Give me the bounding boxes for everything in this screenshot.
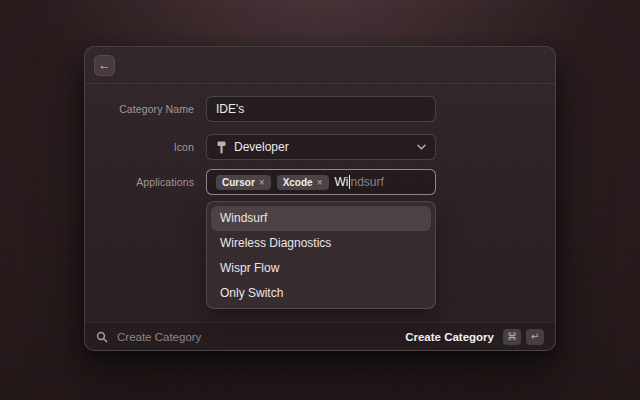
icon-label: Icon bbox=[85, 134, 194, 160]
hammer-icon bbox=[216, 141, 227, 154]
create-category-label: Create Category bbox=[405, 331, 494, 343]
app-tag[interactable]: Cursor × bbox=[216, 175, 271, 190]
applications-input[interactable]: Cursor × Xcode × Wi ndsurf bbox=[206, 169, 436, 195]
window-header: ← bbox=[85, 47, 555, 84]
applications-label: Applications bbox=[85, 169, 194, 195]
app-tag-label: Xcode bbox=[283, 177, 313, 188]
remove-tag-icon[interactable]: × bbox=[317, 177, 323, 188]
category-name-row: Category Name IDE's bbox=[85, 96, 555, 122]
category-name-value: IDE's bbox=[216, 102, 244, 116]
typed-text: Wi bbox=[335, 175, 349, 189]
chevron-down-icon bbox=[417, 144, 426, 150]
icon-value: Developer bbox=[234, 140, 289, 154]
search-icon bbox=[96, 331, 108, 343]
command-input[interactable]: Create Category bbox=[117, 331, 201, 343]
dropdown-option[interactable]: Windsurf bbox=[211, 206, 431, 231]
icon-select[interactable]: Developer bbox=[206, 134, 436, 160]
create-category-window: ← Category Name IDE's Icon Developer bbox=[84, 46, 556, 351]
remove-tag-icon[interactable]: × bbox=[259, 177, 265, 188]
create-category-button[interactable]: Create Category ⌘ ↵ bbox=[405, 329, 544, 345]
icon-row: Icon Developer bbox=[85, 134, 555, 160]
dropdown-option[interactable]: Wispr Flow bbox=[211, 256, 431, 281]
app-tag[interactable]: Xcode × bbox=[277, 175, 329, 190]
applications-dropdown: Windsurf Wireless Diagnostics Wispr Flow… bbox=[206, 201, 436, 309]
back-arrow-icon: ← bbox=[99, 58, 111, 72]
applications-row: Applications Cursor × Xcode × Wi ndsurf bbox=[85, 169, 555, 195]
command-key-icon: ⌘ bbox=[503, 329, 521, 345]
dropdown-option[interactable]: Only Switch bbox=[211, 281, 431, 306]
return-key-icon: ↵ bbox=[526, 329, 544, 345]
category-name-label: Category Name bbox=[85, 96, 194, 122]
category-name-input[interactable]: IDE's bbox=[206, 96, 436, 122]
app-tag-label: Cursor bbox=[222, 177, 255, 188]
autocomplete-suggestion: ndsurf bbox=[351, 175, 384, 189]
back-button[interactable]: ← bbox=[94, 55, 115, 76]
dropdown-option[interactable]: Wireless Diagnostics bbox=[211, 231, 431, 256]
footer-bar: Create Category Create Category ⌘ ↵ bbox=[85, 322, 555, 350]
